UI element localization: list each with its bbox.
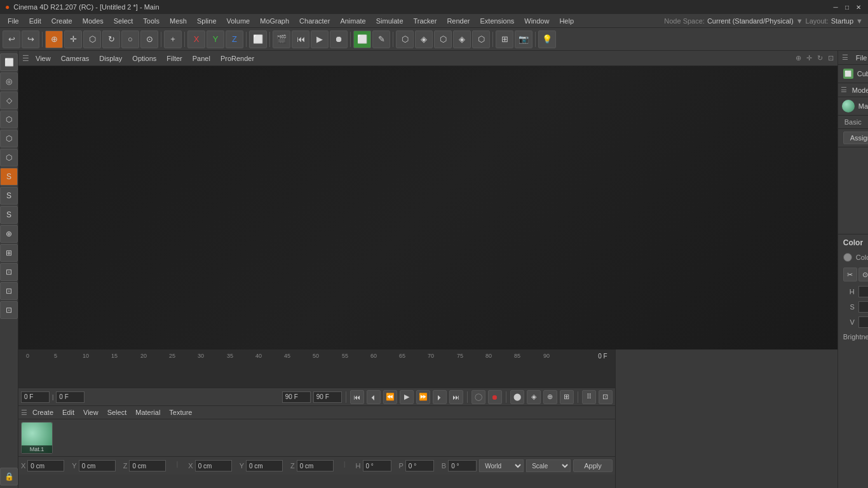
- sidebar-btn-3[interactable]: ◇: [0, 92, 18, 109]
- z-axis[interactable]: Z: [226, 30, 243, 48]
- frame-current-input[interactable]: [56, 391, 85, 403]
- timeline-content[interactable]: [18, 362, 615, 388]
- mat-material[interactable]: Material: [132, 407, 164, 417]
- obj-d[interactable]: ◈: [453, 30, 471, 48]
- menu-character[interactable]: Character: [294, 16, 335, 26]
- menu-tools[interactable]: Tools: [138, 16, 165, 26]
- mat-edit[interactable]: Edit: [58, 407, 78, 417]
- minimize-button[interactable]: ─: [831, 3, 840, 11]
- prev-key-button[interactable]: ⏪: [383, 390, 397, 404]
- move-tool[interactable]: ✛: [64, 30, 82, 48]
- node-file[interactable]: File: [852, 53, 868, 62]
- s-value-input[interactable]: [858, 301, 868, 313]
- frame-start-input[interactable]: [21, 391, 50, 403]
- vp-panel[interactable]: Panel: [189, 53, 214, 64]
- record-auto-button[interactable]: ◯: [471, 390, 485, 404]
- next-key-button[interactable]: ⏩: [416, 390, 430, 404]
- vp-cameras[interactable]: Cameras: [57, 53, 93, 64]
- next-frame-button[interactable]: ⏵: [433, 390, 447, 404]
- menu-create[interactable]: Create: [46, 16, 78, 26]
- vp-filter[interactable]: Filter: [163, 53, 186, 64]
- menu-file[interactable]: File: [3, 16, 24, 26]
- x-axis[interactable]: X: [187, 30, 205, 48]
- camera-tool[interactable]: 📷: [515, 30, 532, 48]
- reset-tool[interactable]: ○: [121, 30, 139, 48]
- menu-simulate[interactable]: Simulate: [371, 16, 409, 26]
- menu-render[interactable]: Render: [442, 16, 475, 26]
- close-button[interactable]: ✕: [854, 3, 863, 11]
- menu-volume[interactable]: Volume: [222, 16, 255, 26]
- mat-menu-icon[interactable]: ☰: [21, 409, 27, 417]
- menu-extensions[interactable]: Extensions: [475, 16, 519, 26]
- select-tool[interactable]: ⬜: [249, 30, 267, 48]
- maximize-button[interactable]: □: [843, 3, 851, 11]
- sidebar-btn-8[interactable]: S: [0, 187, 18, 205]
- vp-display[interactable]: Display: [95, 53, 126, 64]
- sidebar-btn-10[interactable]: ⊕: [0, 225, 18, 243]
- h-value-input[interactable]: [858, 286, 868, 297]
- menu-spline[interactable]: Spline: [192, 16, 222, 26]
- frame-end-input2[interactable]: [313, 391, 342, 403]
- nla-button[interactable]: ⊞: [560, 390, 574, 404]
- menu-select[interactable]: Select: [109, 16, 139, 26]
- world-dropdown[interactable]: World: [479, 459, 524, 472]
- menu-mesh[interactable]: Mesh: [165, 16, 192, 26]
- undo-button[interactable]: ↩: [3, 30, 20, 48]
- vp-menu-icon[interactable]: ☰: [22, 54, 29, 63]
- vp-prorender[interactable]: ProRender: [217, 53, 258, 64]
- morph-button[interactable]: ⊕: [543, 390, 557, 404]
- material-thumb-mat1[interactable]: Mat.1: [21, 422, 53, 454]
- viewport[interactable]: [18, 66, 837, 349]
- node-menu-icon[interactable]: ☰: [842, 53, 848, 62]
- frame-end-input1[interactable]: [282, 391, 311, 403]
- coord-h-input[interactable]: [363, 460, 391, 471]
- sidebar-btn-lock[interactable]: 🔒: [0, 468, 18, 485]
- color-icon-cut[interactable]: ✂: [843, 268, 857, 281]
- menu-window[interactable]: Window: [519, 16, 554, 26]
- obj-b[interactable]: ◈: [415, 30, 433, 48]
- record-tool[interactable]: ⏺: [330, 30, 348, 48]
- prev-frame-button[interactable]: ⏴: [367, 390, 381, 404]
- sidebar-btn-12[interactable]: ⊡: [0, 263, 18, 281]
- add-tool[interactable]: +: [164, 30, 182, 48]
- sidebar-btn-14[interactable]: ⊡: [0, 301, 18, 319]
- attr-menu-icon[interactable]: ☰: [841, 86, 847, 94]
- go-start-button[interactable]: ⏮: [350, 390, 364, 404]
- go-end-button[interactable]: ⏭: [449, 390, 463, 404]
- vp-view[interactable]: View: [32, 53, 55, 64]
- sidebar-btn-6[interactable]: ⬡: [0, 149, 18, 166]
- obj-a[interactable]: ⬡: [396, 30, 414, 48]
- grid-tool[interactable]: ⊞: [496, 30, 513, 48]
- sidebar-btn-1[interactable]: ⬜: [0, 53, 18, 71]
- cube-tool[interactable]: ⬜: [353, 30, 371, 48]
- sidebar-btn-4[interactable]: ⬡: [0, 111, 18, 128]
- mat-texture[interactable]: Texture: [165, 407, 196, 417]
- vp-options[interactable]: Options: [128, 53, 160, 64]
- play-button[interactable]: ▶: [400, 390, 414, 404]
- apply-button[interactable]: Apply: [573, 459, 613, 472]
- play-tool[interactable]: ▶: [311, 30, 329, 48]
- sidebar-btn-11[interactable]: ⊞: [0, 244, 18, 262]
- cursor-tool[interactable]: ⊕: [45, 30, 63, 48]
- coord-x-input[interactable]: [27, 460, 64, 471]
- titlebar-controls[interactable]: ─ □ ✕: [831, 3, 863, 11]
- sidebar-btn-7[interactable]: S: [0, 168, 18, 186]
- dots-button[interactable]: ⠿: [582, 390, 596, 404]
- rotate-tool[interactable]: ↻: [102, 30, 120, 48]
- tl-extra-button[interactable]: ⊡: [599, 390, 613, 404]
- obj-e[interactable]: ⬡: [472, 30, 490, 48]
- coord-y-input[interactable]: [79, 460, 116, 471]
- mat-view[interactable]: View: [79, 407, 102, 417]
- keyframe-button[interactable]: ⬤: [510, 390, 524, 404]
- obj-c[interactable]: ⬡: [434, 30, 452, 48]
- object-item-cube[interactable]: ⬜ Cube ● ● ● ●: [841, 67, 868, 80]
- mat-create[interactable]: Create: [29, 407, 57, 417]
- menu-tracker[interactable]: Tracker: [409, 16, 442, 26]
- menu-help[interactable]: Help: [554, 16, 579, 26]
- redo-button[interactable]: ↪: [22, 30, 39, 48]
- light-tool[interactable]: 💡: [538, 30, 556, 48]
- tab-basic[interactable]: Basic: [838, 116, 868, 128]
- reset2-tool[interactable]: ⊙: [140, 30, 158, 48]
- sidebar-btn-13[interactable]: ⊡: [0, 282, 18, 300]
- menu-animate[interactable]: Animate: [335, 16, 370, 26]
